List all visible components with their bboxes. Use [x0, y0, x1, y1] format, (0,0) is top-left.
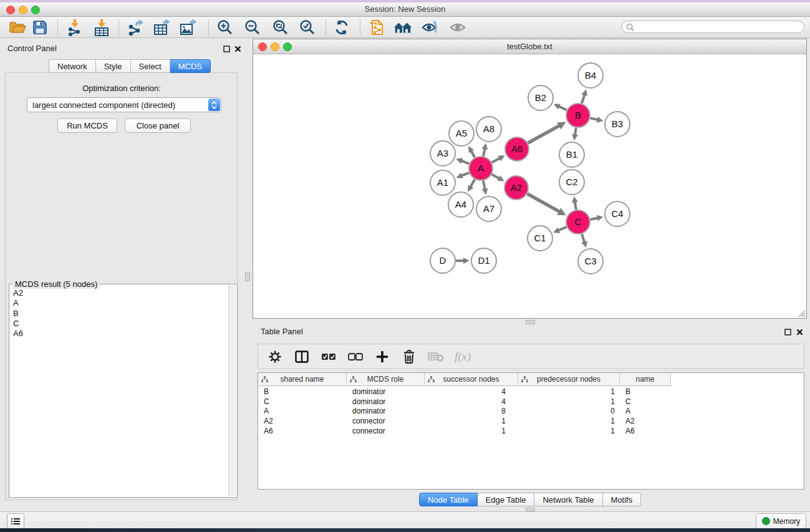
cell-MCDS-role[interactable]: dominator	[347, 397, 425, 407]
control-tab-mcds[interactable]: MCDS	[170, 59, 211, 73]
export-network-icon[interactable]	[127, 19, 145, 36]
cell-name[interactable]: A6	[620, 427, 671, 437]
open-session-icon[interactable]	[8, 19, 27, 36]
create-view-icon[interactable]	[393, 19, 412, 36]
table-settings-gear-icon[interactable]	[267, 349, 283, 365]
graph-node-A3[interactable]: A3	[430, 141, 455, 166]
network-from-file-icon[interactable]	[367, 19, 386, 36]
network-canvas[interactable]: AA1A2A3A4A5A6A7A8BB1B2B3B4CC1C2C3C4DD1	[253, 54, 806, 318]
table-panel-float-icon[interactable]	[784, 328, 792, 336]
column-header-successor-nodes[interactable]: successor nodes	[425, 373, 518, 386]
table-tab-network-table[interactable]: Network Table	[534, 493, 602, 506]
column-header-shared-name[interactable]: shared name	[258, 373, 347, 386]
show-graphics-details-icon[interactable]	[448, 19, 467, 36]
graph-node-B[interactable]: B	[566, 104, 590, 127]
table-row-A[interactable]: Adominator80A	[258, 407, 804, 417]
cell-predecessor-nodes[interactable]: 1	[518, 427, 620, 437]
table-tab-node-table[interactable]: Node Table	[419, 493, 478, 506]
criterion-dropdown[interactable]: largest connected component (directed)	[27, 97, 221, 112]
table-row-B[interactable]: Bdominator41B	[258, 387, 804, 397]
cell-predecessor-nodes[interactable]: 1	[518, 397, 620, 407]
graph-node-D1[interactable]: D1	[471, 248, 496, 273]
cell-name[interactable]: C	[620, 397, 671, 407]
cell-predecessor-nodes[interactable]: 1	[518, 387, 620, 397]
mcds-result-item[interactable]: C	[13, 319, 229, 329]
graph-node-A6[interactable]: A6	[505, 137, 529, 161]
cell-MCDS-role[interactable]: connector	[347, 427, 425, 437]
cell-shared-name[interactable]: A2	[258, 417, 347, 427]
control-tab-style[interactable]: Style	[96, 59, 131, 73]
memory-button[interactable]: Memory	[756, 513, 806, 529]
window-resize-grip[interactable]	[797, 309, 806, 317]
mcds-result-item[interactable]: A	[13, 298, 229, 308]
cell-name[interactable]: B	[620, 387, 671, 397]
zoom-in-icon[interactable]	[216, 19, 234, 36]
cell-MCDS-role[interactable]: dominator	[347, 407, 425, 417]
graph-node-C1[interactable]: C1	[528, 226, 552, 251]
deselect-all-icon[interactable]	[347, 349, 364, 365]
zoom-out-icon[interactable]	[243, 19, 262, 36]
search-input[interactable]	[634, 21, 804, 32]
table-tab-motifs[interactable]: Motifs	[603, 493, 642, 506]
table-panel-close-icon[interactable]	[796, 328, 804, 336]
cell-successor-nodes[interactable]: 4	[425, 387, 518, 397]
cell-shared-name[interactable]: A6	[258, 427, 347, 437]
table-row-A6[interactable]: A6connector11A6	[258, 427, 804, 437]
cell-shared-name[interactable]: A	[258, 407, 347, 417]
column-header-MCDS-role[interactable]: MCDS role	[347, 373, 425, 386]
control-tab-network[interactable]: Network	[49, 59, 96, 73]
graph-node-A[interactable]: A	[469, 157, 493, 180]
export-image-icon[interactable]	[179, 19, 198, 36]
graph-node-C2[interactable]: C2	[559, 170, 584, 195]
mcds-result-item[interactable]: A6	[13, 329, 229, 339]
cell-name[interactable]: A2	[620, 417, 671, 427]
graph-node-A4[interactable]: A4	[448, 192, 473, 217]
graph-node-B3[interactable]: B3	[605, 112, 630, 137]
save-session-icon[interactable]	[31, 19, 49, 36]
control-panel-close-icon[interactable]	[234, 45, 242, 53]
zoom-fit-icon[interactable]	[271, 19, 290, 36]
mcds-result-item[interactable]: B	[13, 309, 229, 319]
close-panel-button[interactable]: Close panel	[125, 118, 191, 133]
cell-successor-nodes[interactable]: 1	[425, 417, 518, 427]
show-columns-icon[interactable]	[294, 349, 310, 365]
cell-successor-nodes[interactable]: 4	[425, 397, 518, 407]
refresh-icon[interactable]	[332, 19, 351, 36]
import-table-icon[interactable]	[92, 19, 111, 36]
graph-node-A7[interactable]: A7	[476, 196, 501, 221]
table-tab-edge-table[interactable]: Edge Table	[478, 493, 535, 506]
split-divider-handle[interactable]	[245, 272, 250, 281]
mcds-result-item[interactable]: A2	[13, 288, 229, 298]
zoom-selected-icon[interactable]	[298, 19, 317, 36]
column-header-predecessor-nodes[interactable]: predecessor nodes	[518, 373, 620, 386]
cell-name[interactable]: A	[620, 407, 671, 417]
cell-successor-nodes[interactable]: 8	[425, 407, 518, 417]
delete-column-trash-icon[interactable]	[401, 349, 417, 365]
task-history-button[interactable]	[7, 513, 24, 529]
network-window-titlebar[interactable]: testGlobe.txt	[253, 39, 806, 54]
graph-node-A1[interactable]: A1	[430, 170, 455, 195]
graph-node-A5[interactable]: A5	[449, 121, 474, 146]
graph-node-B4[interactable]: B4	[578, 63, 603, 88]
table-row-A2[interactable]: A2connector11A2	[258, 417, 804, 427]
graph-node-C3[interactable]: C3	[578, 249, 603, 274]
graph-node-D[interactable]: D	[430, 248, 455, 273]
graph-node-B2[interactable]: B2	[528, 85, 553, 110]
graph-node-C4[interactable]: C4	[605, 201, 630, 226]
split-divider-handle[interactable]	[526, 320, 535, 324]
graph-node-C[interactable]: C	[566, 210, 590, 234]
graph-node-A8[interactable]: A8	[476, 117, 501, 142]
cell-MCDS-role[interactable]: dominator	[347, 387, 425, 397]
column-header-name[interactable]: name	[620, 373, 671, 386]
graph-node-A2[interactable]: A2	[504, 176, 528, 200]
import-network-icon[interactable]	[65, 19, 84, 36]
export-table-icon[interactable]	[153, 19, 171, 36]
cell-predecessor-nodes[interactable]: 1	[518, 417, 620, 427]
table-row-C[interactable]: Cdominator41C	[258, 397, 804, 407]
mcds-result-scrollbar[interactable]	[228, 285, 236, 496]
control-tab-select[interactable]: Select	[131, 59, 170, 73]
graph-node-B1[interactable]: B1	[559, 142, 584, 167]
cell-shared-name[interactable]: B	[258, 387, 347, 397]
select-all-icon[interactable]	[321, 349, 337, 365]
control-panel-float-icon[interactable]	[223, 45, 231, 53]
